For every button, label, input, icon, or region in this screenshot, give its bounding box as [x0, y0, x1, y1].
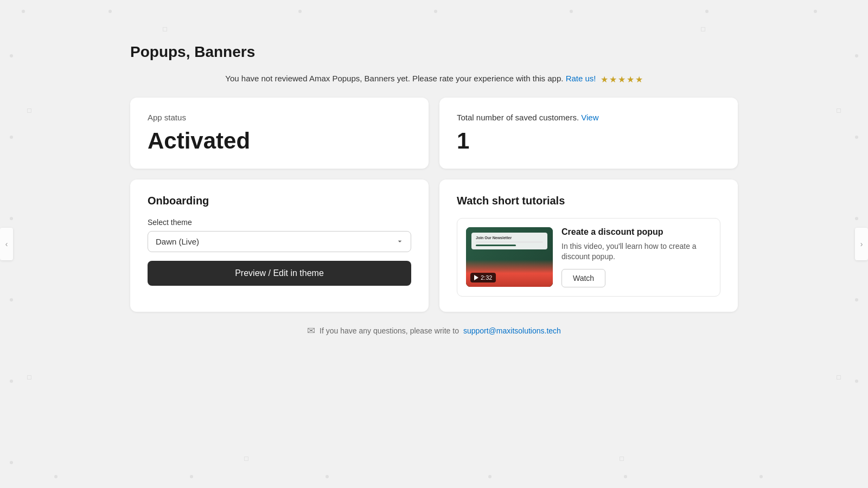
select-theme-label: Select theme: [148, 218, 411, 227]
customers-count: 1: [457, 129, 720, 153]
star-4: ★: [627, 74, 634, 85]
star-1: ★: [601, 74, 608, 85]
rate-us-link[interactable]: Rate us!: [566, 74, 596, 83]
view-customers-link[interactable]: View: [581, 113, 598, 122]
main-content: Popups, Banners You have not reviewed Am…: [108, 0, 760, 358]
star-2: ★: [609, 74, 617, 85]
customers-card: Total number of saved customers. View 1: [439, 98, 738, 169]
support-text: If you have any questions, please write …: [320, 326, 459, 335]
support-footer: ✉ If you have any questions, please writ…: [130, 325, 738, 337]
tutorial-thumbnail[interactable]: Join Our Newsletter 2:32: [466, 227, 553, 287]
support-email-link[interactable]: support@maxitsolutions.tech: [463, 326, 561, 335]
left-arrow-icon: ‹: [5, 240, 8, 248]
watch-button[interactable]: Watch: [561, 269, 605, 287]
left-nav-arrow[interactable]: ‹: [0, 228, 13, 260]
right-arrow-icon: ›: [860, 240, 863, 248]
email-icon: ✉: [307, 325, 315, 337]
tutorial-item: Join Our Newsletter 2:32 Create a d: [457, 218, 720, 297]
preview-edit-button[interactable]: Preview / Edit in theme: [148, 261, 411, 286]
star-rating: ★ ★ ★ ★ ★: [601, 74, 643, 85]
video-duration: 2:32: [481, 274, 492, 281]
tutorials-card: Watch short tutorials Join Our Newslette…: [439, 179, 738, 312]
review-banner: You have not reviewed Amax Popups, Banne…: [130, 74, 738, 85]
bottom-cards-row: Onboarding Select theme Dawn (Live) Debu…: [130, 179, 738, 312]
onboarding-title: Onboarding: [148, 195, 411, 207]
tutorial-description: In this video, you'll learn how to creat…: [561, 241, 711, 262]
review-text: You have not reviewed Amax Popups, Banne…: [225, 74, 563, 83]
tutorials-title: Watch short tutorials: [457, 195, 720, 207]
app-status-value: Activated: [148, 129, 411, 153]
app-status-label: App status: [148, 113, 411, 122]
thumbnail-overlay: Join Our Newsletter: [471, 233, 547, 249]
onboarding-card: Onboarding Select theme Dawn (Live) Debu…: [130, 179, 429, 312]
tutorial-info: Create a discount popup In this video, y…: [561, 227, 711, 287]
right-nav-arrow[interactable]: ›: [855, 228, 868, 260]
theme-select[interactable]: Dawn (Live) Debut Brooklyn Minimal: [148, 231, 411, 252]
star-3: ★: [618, 74, 626, 85]
star-5: ★: [635, 74, 643, 85]
play-icon: [474, 275, 478, 280]
page-title: Popups, Banners: [130, 43, 738, 61]
tutorial-title: Create a discount popup: [561, 227, 711, 237]
customers-label: Total number of saved customers. View: [457, 113, 720, 122]
play-badge: 2:32: [470, 273, 496, 282]
top-cards-row: App status Activated Total number of sav…: [130, 98, 738, 169]
app-status-card: App status Activated: [130, 98, 429, 169]
